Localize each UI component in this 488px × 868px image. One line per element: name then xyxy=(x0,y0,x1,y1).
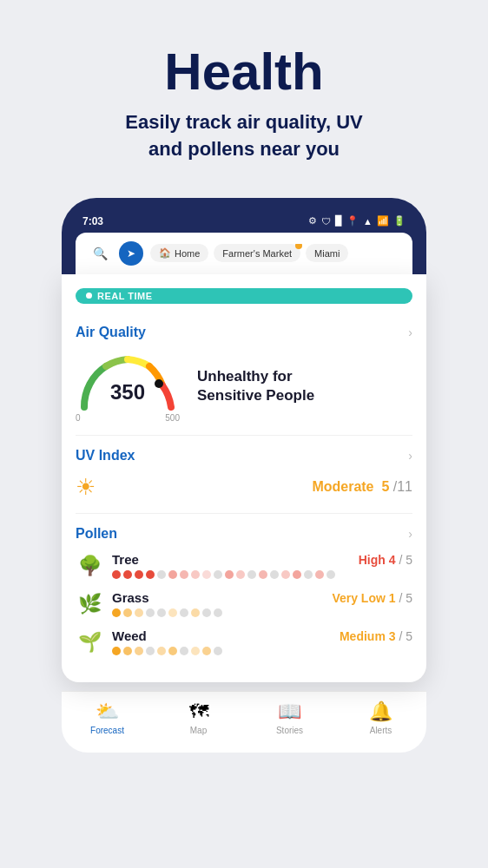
pollen-weed-level: Medium 3 / 5 xyxy=(340,629,412,643)
notification-dot xyxy=(295,244,302,249)
pollen-item-tree: 🌳 Tree High 4 / 5 xyxy=(76,552,412,580)
pollen-header: Pollen › xyxy=(76,526,412,542)
nav-stories[interactable]: 📖 Stories xyxy=(244,700,335,735)
uv-index-header: UV Index › xyxy=(76,448,412,464)
dot xyxy=(123,647,132,655)
dot-empty xyxy=(214,570,222,579)
dot xyxy=(123,608,132,617)
dot xyxy=(236,570,245,579)
dot-empty xyxy=(247,570,256,579)
gauge-needle xyxy=(155,379,163,388)
cards-area: REAL TIME Air Quality › xyxy=(62,274,426,682)
pollen-tree-top: Tree High 4 / 5 xyxy=(112,552,412,567)
pollen-weed-name: Weed xyxy=(112,628,147,643)
dot-empty xyxy=(180,608,188,617)
pollen-grass-dots xyxy=(112,608,412,617)
dot xyxy=(157,647,166,655)
shield-icon: 🛡 xyxy=(321,216,331,227)
dot xyxy=(225,570,234,579)
dot xyxy=(315,570,324,579)
badge-dot xyxy=(86,293,92,299)
pollen-items: 🌳 Tree High 4 / 5 xyxy=(76,552,412,656)
phone-shell: 7:03 ⚙ 🛡 ▉ 📍 ▲ 📶 🔋 🔍 ➤ 🏠 Home Fa xyxy=(62,198,426,274)
pollen-grass-name: Grass xyxy=(112,590,149,605)
alerts-label: Alerts xyxy=(370,726,392,735)
dot-empty xyxy=(214,647,222,655)
nav-forecast[interactable]: ⛅ Forecast xyxy=(62,700,153,735)
location-icon: 📍 xyxy=(346,215,359,227)
dot xyxy=(146,570,155,579)
tab-home[interactable]: 🏠 Home xyxy=(150,244,208,262)
dot xyxy=(281,570,290,579)
tree-icon: 🌳 xyxy=(76,552,103,580)
home-icon: 🏠 xyxy=(159,247,171,259)
dot xyxy=(112,608,121,617)
pollen-weed-details: Weed Medium 3 / 5 xyxy=(112,628,412,655)
dot xyxy=(123,570,132,579)
page-subtitle: Easily track air quality, UVand pollens … xyxy=(35,109,453,163)
wifi-icon: ▲ xyxy=(363,216,373,227)
pollen-weed-top: Weed Medium 3 / 5 xyxy=(112,628,412,643)
dot xyxy=(202,647,211,655)
status-time: 7:03 xyxy=(82,215,103,227)
bottom-navigation: ⛅ Forecast 🗺 Map 📖 Stories 🔔 Alerts xyxy=(62,691,426,753)
dot xyxy=(168,608,177,617)
uv-index-title: UV Index xyxy=(76,448,135,464)
air-quality-section[interactable]: Air Quality › xyxy=(76,312,412,436)
search-button[interactable]: 🔍 xyxy=(88,241,112,266)
gauge-wrapper: 350 xyxy=(76,351,180,411)
dot-empty xyxy=(202,608,211,617)
air-quality-header: Air Quality › xyxy=(76,325,412,340)
air-quality-content: 350 0 500 Unhealthy forSensitive People xyxy=(76,351,412,423)
dot xyxy=(191,608,200,617)
tab-farmers-market[interactable]: Farmer's Market xyxy=(214,244,300,262)
pollen-item-grass: 🌿 Grass Very Low 1 / 5 xyxy=(76,590,412,618)
pollen-grass-top: Grass Very Low 1 / 5 xyxy=(112,590,412,605)
alerts-icon: 🔔 xyxy=(369,700,392,723)
uv-index-section[interactable]: UV Index › ☀ Moderate 5 /11 xyxy=(76,436,412,514)
pollen-section[interactable]: Pollen › 🌳 Tree High 4 / 5 xyxy=(76,514,412,668)
dot-empty xyxy=(146,647,155,655)
settings-icon: ⚙ xyxy=(308,215,317,227)
dot-empty xyxy=(304,570,313,579)
air-quality-title: Air Quality xyxy=(76,325,146,340)
dot xyxy=(112,647,121,655)
battery-icon: ▉ xyxy=(335,215,342,227)
battery2-icon: 🔋 xyxy=(393,215,406,227)
dot-empty xyxy=(214,608,222,617)
grass-icon: 🌿 xyxy=(76,590,103,618)
header-section: Health Easily track air quality, UVand p… xyxy=(0,0,488,181)
dot xyxy=(259,570,267,579)
pollen-tree-dots xyxy=(112,570,412,579)
dot xyxy=(168,570,177,579)
pollen-grass-details: Grass Very Low 1 / 5 xyxy=(112,590,412,617)
uv-content: ☀ Moderate 5 /11 xyxy=(76,474,412,501)
dot xyxy=(202,570,211,579)
gauge-container: 350 0 500 xyxy=(76,351,180,423)
uv-value-container: Moderate 5 /11 xyxy=(312,479,412,495)
dot-empty xyxy=(270,570,279,579)
pollen-weed-dots xyxy=(112,647,412,655)
pollen-tree-name: Tree xyxy=(112,552,139,567)
uv-index-chevron: › xyxy=(408,449,412,463)
pollen-title: Pollen xyxy=(76,526,117,542)
location-button[interactable]: ➤ xyxy=(119,241,143,266)
dot xyxy=(191,570,200,579)
weed-icon: 🌱 xyxy=(76,628,103,656)
aq-value: 350 xyxy=(110,380,145,404)
dot xyxy=(180,570,188,579)
stories-icon: 📖 xyxy=(278,700,301,723)
location-tabs: 🏠 Home Farmer's Market Miami xyxy=(150,244,400,262)
air-quality-chevron: › xyxy=(408,326,412,339)
nav-map[interactable]: 🗺 Map xyxy=(153,700,244,735)
tab-miami[interactable]: Miami xyxy=(306,244,348,262)
pollen-grass-level: Very Low 1 / 5 xyxy=(332,591,412,605)
pollen-tree-level: High 4 / 5 xyxy=(359,553,412,567)
pollen-tree-details: Tree High 4 / 5 xyxy=(112,552,412,579)
dot xyxy=(168,647,177,655)
pollen-chevron: › xyxy=(408,527,412,541)
dot-empty xyxy=(157,570,166,579)
nav-alerts[interactable]: 🔔 Alerts xyxy=(335,700,426,735)
dot xyxy=(135,570,143,579)
status-bar: 7:03 ⚙ 🛡 ▉ 📍 ▲ 📶 🔋 xyxy=(76,214,412,233)
